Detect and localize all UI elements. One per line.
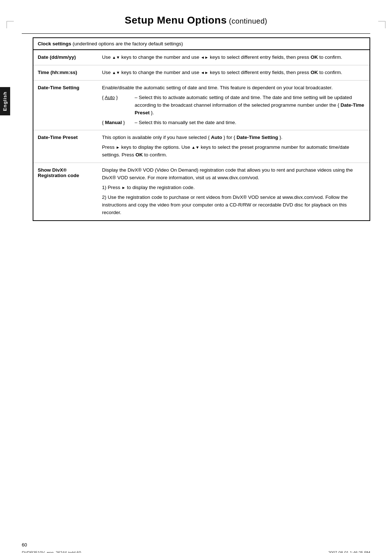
title-divider (22, 33, 370, 34)
divx-step1: 1) Press to display the registration cod… (102, 184, 365, 192)
arrow-updown-1 (112, 54, 120, 60)
footer-right: 2007-08-01 1:46:25 PM (328, 550, 370, 553)
sub-row-auto: { Auto } – Select this to activate autom… (102, 94, 365, 117)
sub-row-manual: { Manual } – Select this to manually set… (102, 119, 365, 127)
label-divx-line2: Registration code (38, 173, 96, 178)
table-row-datetime-preset: Date-Time Preset This option is availabl… (33, 130, 369, 163)
corner-mark-tr (378, 21, 385, 28)
preset-line1: This option is available only if you hav… (102, 134, 365, 142)
divx-intro: Display the DivX® VOD (Video On Demand) … (102, 167, 365, 182)
table-header-note: (underlined options are the factory defa… (71, 41, 183, 46)
datetime-setting-intro: Enable/disable the automatic setting of … (102, 84, 365, 92)
content-datetime-preset: This option is available only if you hav… (101, 134, 369, 159)
page-container: English Setup Menu Options (continued) C… (0, 15, 392, 553)
content-divx: Display the DivX® VOD (Video On Demand) … (101, 167, 369, 217)
table-row-date: Date (dd/mm/yy) Use keys to change the n… (33, 50, 369, 65)
settings-table: Clock settings (underlined options are t… (33, 37, 370, 221)
label-datetime-setting: Date-Time Setting (33, 84, 101, 127)
table-header: Clock settings (underlined options are t… (33, 38, 369, 50)
content-datetime-setting: Enable/disable the automatic setting of … (101, 84, 369, 127)
table-row-divx: Show DivX® Registration code Display the… (33, 163, 369, 220)
arrow-updown-2 (112, 70, 120, 75)
title-text: Setup Menu Options (125, 15, 227, 26)
title-suffix: (continued) (227, 17, 268, 25)
divx-step2: 2) Use the registration code to purchase… (102, 194, 365, 217)
arrow-right-preset (116, 144, 120, 150)
label-divx-line1: Show DivX® (38, 167, 96, 173)
label-divx: Show DivX® Registration code (33, 167, 101, 217)
arrow-right-divx (122, 185, 126, 190)
arrow-lr-1 (201, 54, 209, 60)
label-date: Date (dd/mm/yy) (33, 54, 101, 61)
page-title: Setup Menu Options (continued) (22, 15, 370, 26)
arrow-updown-preset (192, 144, 200, 150)
page-number: 60 (22, 542, 27, 548)
label-datetime-preset: Date-Time Preset (33, 134, 101, 159)
sub-label-manual: { Manual } (102, 119, 135, 127)
corner-mark-tl (7, 21, 14, 28)
sub-desc-auto: – Select this to activate automatic sett… (135, 94, 365, 117)
label-time: Time (hh:mm:ss) (33, 69, 101, 77)
language-tab: English (0, 87, 10, 115)
content-time: Use keys to change the number and use ke… (101, 69, 369, 77)
table-row-time: Time (hh:mm:ss) Use keys to change the n… (33, 65, 369, 81)
sub-label-auto: { Auto } (102, 94, 135, 117)
footer-left: DVDR3510V_eng_26244.indd 60 (22, 550, 81, 553)
table-row-datetime-setting: Date-Time Setting Enable/disable the aut… (33, 81, 369, 131)
preset-line2: Press keys to display the options. Use k… (102, 144, 365, 159)
sub-desc-manual: – Select this to manually set the date a… (135, 119, 365, 127)
content-date: Use keys to change the number and use ke… (101, 54, 369, 61)
arrow-lr-2 (201, 70, 209, 75)
page-footer: DVDR3510V_eng_26244.indd 60 2007-08-01 1… (22, 550, 370, 553)
main-content: Setup Menu Options (continued) Clock set… (22, 15, 370, 221)
table-header-title: Clock settings (38, 41, 71, 46)
